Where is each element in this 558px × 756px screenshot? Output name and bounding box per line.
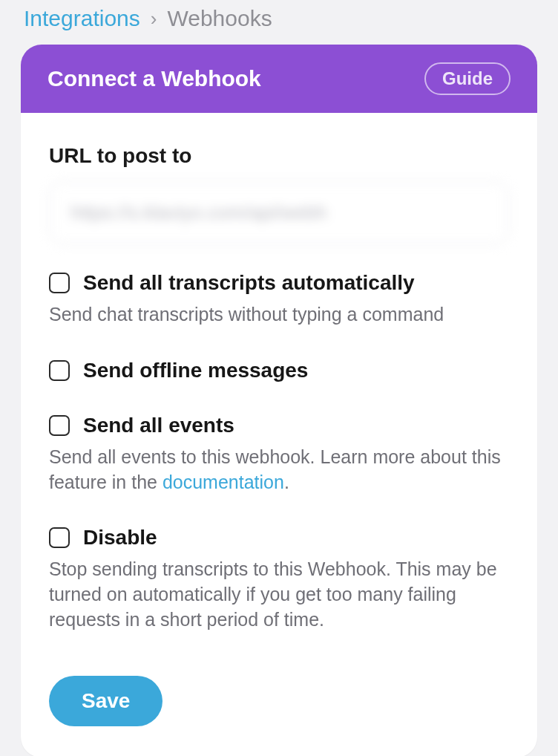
option-desc-text-post: . [284,472,289,492]
breadcrumb: Integrations › Webhooks [0,0,558,45]
breadcrumb-integrations-link[interactable]: Integrations [24,6,140,31]
breadcrumb-separator: › [151,7,157,30]
save-button[interactable]: Save [49,676,163,726]
option-desc: Send all events to this webhook. Learn m… [49,445,509,495]
card-header: Connect a Webhook Guide [21,45,537,113]
option-send-events: Send all events Send all events to this … [49,414,509,495]
page-title: Connect a Webhook [47,66,261,91]
option-send-transcripts: Send all transcripts automatically Send … [49,271,509,328]
card-body: URL to post to Send all transcripts auto… [21,113,537,756]
checkbox-disable[interactable] [49,527,70,548]
webhook-card: Connect a Webhook Guide URL to post to S… [21,45,537,756]
guide-button[interactable]: Guide [424,62,511,95]
breadcrumb-current: Webhooks [167,6,272,31]
option-title: Send offline messages [83,359,308,382]
option-title: Disable [83,526,157,550]
option-disable: Disable Stop sending transcripts to this… [49,526,509,632]
option-desc: Send chat transcripts without typing a c… [49,302,509,328]
url-label: URL to post to [49,144,509,168]
checkbox-send-transcripts[interactable] [49,273,70,293]
option-send-offline: Send offline messages [49,359,509,382]
checkbox-send-events[interactable] [49,415,70,436]
option-desc: Stop sending transcripts to this Webhook… [49,557,509,632]
option-title: Send all events [83,414,234,437]
documentation-link[interactable]: documentation [163,472,284,492]
url-input[interactable] [49,181,509,244]
option-title: Send all transcripts automatically [83,271,415,295]
checkbox-send-offline[interactable] [49,360,70,381]
